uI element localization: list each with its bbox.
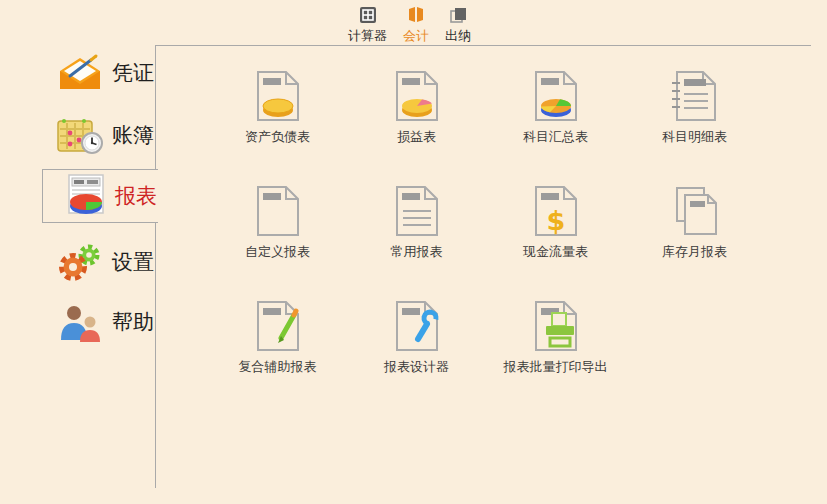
sidebar-item-voucher[interactable]: 凭证	[56, 47, 160, 99]
toolbar-item-accounting[interactable]: 会计	[403, 5, 429, 45]
report-item-batch-print-export[interactable]: 报表批量打印导出	[486, 290, 625, 405]
report-item-label: 常用报表	[391, 243, 443, 261]
help-people-icon	[56, 300, 104, 344]
sidebar-item-label: 设置	[112, 248, 154, 276]
report-item-label: 库存月报表	[662, 243, 727, 261]
report-item-cash-flow[interactable]: $ 现金流量表	[486, 175, 625, 290]
composite-aux-icon	[255, 300, 301, 352]
report-item-label: 复合辅助报表	[239, 358, 317, 376]
sidebar-item-ledger[interactable]: 账簿	[56, 109, 160, 161]
account-summary-icon	[533, 70, 579, 122]
settings-gears-icon	[56, 240, 104, 284]
report-item-report-designer[interactable]: 报表设计器	[347, 290, 486, 405]
toolbar-item-calculator[interactable]: 计算器	[348, 5, 387, 45]
report-item-label: 自定义报表	[245, 243, 310, 261]
sidebar-item-label: 报表	[115, 182, 157, 210]
report-item-account-detail[interactable]: 科目明细表	[625, 60, 764, 175]
sidebar-item-label: 帮助	[112, 308, 154, 336]
report-item-custom-report[interactable]: 自定义报表	[208, 175, 347, 290]
sidebar-item-reports-selected[interactable]: 报表	[42, 169, 158, 223]
report-item-label: 资产负债表	[245, 128, 310, 146]
svg-text:$: $	[546, 205, 565, 236]
income-statement-icon	[394, 70, 440, 122]
app-window: 计算器 会计 出纳	[0, 0, 827, 504]
sidebar-item-label: 凭证	[112, 59, 154, 87]
toolbar-item-label: 会计	[403, 27, 429, 45]
common-report-icon	[394, 185, 440, 237]
report-item-label: 科目明细表	[662, 128, 727, 146]
custom-report-icon	[255, 185, 301, 237]
report-item-account-summary[interactable]: 科目汇总表	[486, 60, 625, 175]
report-item-common-report[interactable]: 常用报表	[347, 175, 486, 290]
sidebar-item-label: 账簿	[112, 121, 154, 149]
report-grid: 资产负债表 损益表	[208, 60, 764, 405]
toolbar-item-label: 出纳	[445, 27, 471, 45]
inventory-monthly-icon	[672, 185, 718, 237]
toolbar-item-cashier[interactable]: 出纳	[445, 5, 471, 45]
report-item-label: 报表设计器	[384, 358, 449, 376]
account-detail-icon	[672, 70, 718, 122]
accounting-book-icon	[406, 5, 426, 25]
report-item-label: 科目汇总表	[523, 128, 588, 146]
toolbar-item-label: 计算器	[348, 27, 387, 45]
calculator-icon	[358, 5, 378, 25]
batch-print-export-icon	[533, 300, 579, 352]
report-item-inventory-monthly[interactable]: 库存月报表	[625, 175, 764, 290]
ledger-icon	[56, 113, 104, 157]
voucher-icon	[56, 51, 104, 95]
report-item-label: 损益表	[397, 128, 436, 146]
report-item-balance-sheet[interactable]: 资产负债表	[208, 60, 347, 175]
report-designer-icon	[394, 300, 440, 352]
sidebar-item-settings[interactable]: 设置	[56, 236, 160, 288]
report-item-composite-aux[interactable]: 复合辅助报表	[208, 290, 347, 405]
report-item-label: 现金流量表	[523, 243, 588, 261]
report-item-income-statement[interactable]: 损益表	[347, 60, 486, 175]
sidebar-item-help[interactable]: 帮助	[56, 296, 160, 348]
balance-sheet-icon	[255, 70, 301, 122]
top-toolbar: 计算器 会计 出纳	[348, 5, 471, 45]
report-item-label: 报表批量打印导出	[504, 358, 608, 376]
report-pie-icon	[63, 173, 109, 219]
cash-flow-icon: $	[533, 185, 579, 237]
cashier-icon	[448, 5, 468, 25]
